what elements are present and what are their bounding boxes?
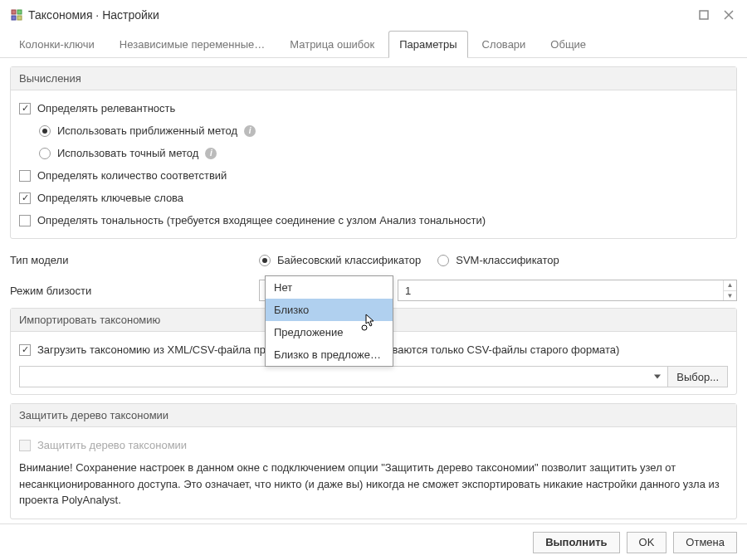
checkbox-relevance[interactable]	[19, 103, 31, 114]
svg-rect-0	[12, 10, 16, 14]
proximity-number-input[interactable]: 1 ▲ ▼	[398, 280, 737, 301]
run-button[interactable]: Выполнить	[533, 532, 619, 553]
tab-key-columns[interactable]: Колонки-ключи	[8, 31, 105, 58]
close-icon[interactable]	[720, 7, 737, 23]
radio-bayes[interactable]	[259, 255, 271, 266]
label-relevance: Определять релевантность	[37, 102, 175, 114]
group-protect: Защитить дерево таксономии Защитить дере…	[10, 403, 737, 519]
checkbox-tonality[interactable]	[19, 215, 31, 226]
label-proximity: Режим близости	[10, 285, 259, 297]
dropdown-option-sentence[interactable]: Предложение	[266, 321, 393, 343]
tab-confusion-matrix[interactable]: Матрица ошибок	[279, 31, 385, 58]
checkbox-keywords[interactable]	[19, 192, 31, 204]
protect-warning: Внимание! Сохранение настроек в данном о…	[19, 456, 728, 512]
dropdown-option-none[interactable]: Нет	[266, 276, 393, 299]
radio-exact-method[interactable]	[39, 148, 51, 159]
tab-general[interactable]: Общие	[540, 31, 597, 58]
chevron-down-icon	[654, 375, 661, 379]
tab-independent-vars[interactable]: Независимые переменные…	[109, 31, 276, 58]
radio-svm[interactable]	[437, 255, 449, 266]
browse-button[interactable]: Выбор...	[668, 366, 728, 387]
svg-rect-4	[700, 11, 708, 19]
file-select-combo[interactable]	[19, 366, 668, 387]
group-header-protect: Защитить дерево таксономии	[11, 404, 736, 427]
label-protect: Защитить дерево таксономии	[37, 439, 187, 451]
label-approx: Использовать приближенный метод	[57, 124, 237, 137]
checkbox-import[interactable]	[19, 344, 31, 356]
tab-parameters[interactable]: Параметры	[388, 31, 467, 58]
maximize-icon[interactable]	[696, 7, 712, 23]
group-calculations: Вычисления Определять релевантность Испо…	[10, 66, 737, 239]
label-keywords: Определять ключевые слова	[37, 192, 183, 204]
info-icon: i	[205, 148, 217, 159]
ok-button[interactable]: OK	[627, 532, 667, 553]
svg-rect-2	[12, 16, 16, 20]
svg-rect-1	[17, 10, 22, 14]
dropdown-option-close[interactable]: Близко	[266, 299, 393, 321]
spinner-up[interactable]: ▲	[724, 280, 736, 291]
group-header-calculations: Вычисления	[11, 67, 736, 90]
tabs: Колонки-ключи Независимые переменные… Ма…	[0, 30, 747, 58]
footer: Выполнить OK Отмена	[0, 523, 747, 560]
label-tonality: Определять тональность (требуется входящ…	[37, 214, 486, 226]
label-exact: Использовать точный метод	[57, 147, 198, 159]
radio-approx-method[interactable]	[39, 125, 51, 137]
checkbox-matches[interactable]	[19, 170, 31, 182]
tab-dictionaries[interactable]: Словари	[471, 31, 537, 58]
proximity-number-value[interactable]: 1	[398, 280, 723, 300]
spinner-down[interactable]: ▼	[724, 291, 736, 301]
checkbox-protect	[19, 440, 31, 451]
label-bayes: Байесовский классификатор	[277, 254, 421, 266]
row-model-type: Тип модели Байесовский классификатор SVM…	[10, 247, 737, 273]
app-icon	[10, 8, 23, 22]
svg-rect-3	[17, 16, 22, 20]
window-title: Таксономия · Настройки	[28, 8, 159, 22]
label-matches: Определять количество соответствий	[37, 169, 227, 182]
info-icon: i	[244, 125, 256, 137]
label-model-type: Тип модели	[10, 254, 259, 266]
dropdown-option-close-sentence[interactable]: Близко в предложен...	[266, 343, 393, 366]
label-svm: SVM-классификатор	[456, 254, 559, 266]
cancel-button[interactable]: Отмена	[673, 532, 737, 553]
proximity-dropdown: Нет Близко Предложение Близко в предложе…	[265, 275, 393, 367]
title-bar: Таксономия · Настройки	[0, 0, 747, 30]
